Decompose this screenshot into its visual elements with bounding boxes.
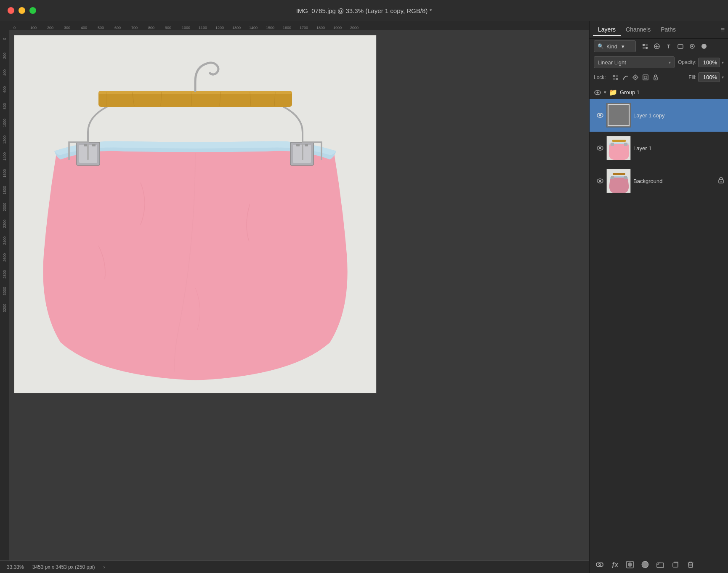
- svg-rect-22: [646, 47, 648, 49]
- ruler-tick: 0: [13, 26, 30, 30]
- visibility-icon-group1[interactable]: [594, 89, 601, 96]
- smart-filter-icon[interactable]: [688, 42, 696, 50]
- text-filter-icon[interactable]: T: [664, 42, 673, 50]
- visibility-icon-layer1[interactable]: [596, 144, 604, 152]
- svg-rect-24: [678, 45, 683, 48]
- ruler-v-tick: 200: [0, 47, 9, 64]
- fill-value[interactable]: 100%: [698, 72, 720, 82]
- folder-icon: 📁: [609, 88, 617, 96]
- window-title: IMG_0785.jpg @ 33.3% (Layer 1 copy, RGB/…: [296, 7, 432, 14]
- zoom-level: 33.33%: [7, 564, 24, 570]
- kind-search-icon: 🔍: [598, 43, 604, 49]
- svg-rect-46: [624, 143, 627, 146]
- canvas-image[interactable]: [14, 35, 376, 393]
- kind-label: Kind: [606, 43, 617, 50]
- svg-rect-51: [611, 176, 614, 179]
- svg-point-48: [599, 180, 601, 182]
- ruler-tick: 1000: [182, 26, 199, 30]
- opacity-value[interactable]: 100%: [698, 58, 720, 67]
- ruler-tick: 2000: [350, 26, 367, 30]
- svg-rect-31: [616, 78, 618, 80]
- color-filter-icon[interactable]: [700, 42, 708, 50]
- panel-menu-icon[interactable]: ≡: [721, 26, 725, 34]
- lock-label: Lock:: [594, 74, 606, 80]
- svg-rect-50: [613, 173, 625, 175]
- ruler-tick: 400: [81, 26, 98, 30]
- ruler-tick: 600: [114, 26, 131, 30]
- tab-paths[interactable]: Paths: [656, 24, 681, 36]
- svg-rect-29: [616, 75, 618, 77]
- group-layers-icon[interactable]: [655, 560, 665, 570]
- svg-rect-28: [613, 75, 615, 77]
- svg-point-42: [599, 147, 601, 149]
- group-expand-icon[interactable]: ▾: [604, 90, 606, 95]
- layer-item-layer1copy[interactable]: Layer 1 copy: [590, 99, 728, 132]
- svg-point-38: [597, 91, 599, 93]
- svg-rect-59: [657, 563, 664, 568]
- lock-transparent-icon[interactable]: [612, 74, 619, 81]
- layer-name-background: Background: [633, 178, 716, 184]
- canvas-row: 0 200 400 600 800 1000 1200 1400 1600 18…: [0, 30, 589, 560]
- ruler-tick: 200: [47, 26, 64, 30]
- ruler-tick: 1100: [199, 26, 215, 30]
- svg-point-40: [599, 114, 601, 117]
- ruler-tick: 900: [165, 26, 182, 30]
- layer-item-layer1[interactable]: Layer 1: [590, 132, 728, 164]
- svg-point-36: [655, 78, 656, 79]
- ruler-tick: 700: [131, 26, 148, 30]
- lock-all-icon[interactable]: [652, 74, 659, 81]
- lock-row: Lock:: [590, 71, 728, 84]
- svg-rect-4: [84, 144, 87, 146]
- svg-point-32: [635, 77, 636, 78]
- layer-name-layer1copy: Layer 1 copy: [633, 112, 724, 119]
- lock-paint-icon[interactable]: [622, 74, 629, 81]
- group-name: Group 1: [620, 89, 640, 96]
- adjustment-filter-icon[interactable]: [653, 42, 661, 50]
- visibility-icon-layer1copy[interactable]: [596, 111, 604, 119]
- link-layers-icon[interactable]: [595, 560, 605, 570]
- ruler-v-tick: 1000: [0, 114, 9, 131]
- canvas-wrapper[interactable]: [9, 30, 589, 560]
- ruler-top: 0 100 200 300 400 500 600 700 800 900 10…: [0, 21, 589, 30]
- svg-rect-20: [646, 44, 648, 46]
- group-item-group1[interactable]: ▾ 📁 Group 1: [590, 86, 728, 99]
- ruler-tick: 1500: [266, 26, 283, 30]
- ruler-v-tick: 2200: [0, 215, 9, 232]
- blend-mode-select[interactable]: Linear Light ▾: [594, 56, 675, 68]
- lock-artboard-icon[interactable]: [642, 74, 649, 81]
- new-layer-icon[interactable]: [670, 560, 680, 570]
- kind-select[interactable]: 🔍 Kind ▾: [594, 40, 636, 52]
- ruler-tick: 1900: [333, 26, 350, 30]
- ruler-tick: 300: [64, 26, 81, 30]
- tab-layers[interactable]: Layers: [593, 24, 621, 36]
- opacity-chevron-icon[interactable]: ▾: [722, 60, 724, 65]
- lock-position-icon[interactable]: [632, 74, 639, 81]
- close-button[interactable]: [8, 7, 14, 14]
- new-adjustment-icon[interactable]: [640, 560, 650, 570]
- svg-rect-8: [296, 144, 300, 146]
- status-arrow[interactable]: ›: [103, 564, 105, 570]
- panel-tabs: Layers Channels Paths ≡: [590, 21, 728, 39]
- pixel-filter-icon[interactable]: [641, 42, 649, 50]
- kind-filter-row: 🔍 Kind ▾ T: [590, 39, 728, 54]
- filter-icons: T: [641, 42, 708, 50]
- layer-thumbnail-background: [606, 169, 631, 193]
- ruler-tick: 100: [30, 26, 47, 30]
- blend-chevron-icon: ▾: [669, 60, 671, 65]
- ruler-tick: 1200: [215, 26, 232, 30]
- add-mask-icon[interactable]: [625, 560, 635, 570]
- tab-channels[interactable]: Channels: [621, 24, 656, 36]
- layer-item-background[interactable]: Background: [590, 164, 728, 197]
- fill-chevron-icon[interactable]: ▾: [722, 75, 724, 80]
- visibility-icon-background[interactable]: [596, 177, 604, 185]
- blend-mode-value: Linear Light: [598, 59, 626, 66]
- maximize-button[interactable]: [29, 7, 36, 14]
- shape-filter-icon[interactable]: [676, 42, 685, 50]
- layer-thumbnail-layer1copy: [606, 103, 631, 127]
- fill-label: Fill:: [688, 74, 696, 80]
- layer-name-layer1: Layer 1: [633, 145, 724, 151]
- delete-layer-icon[interactable]: [685, 560, 696, 570]
- minimize-button[interactable]: [19, 7, 25, 14]
- layer-fx-icon[interactable]: ƒx: [610, 560, 620, 570]
- ruler-v-tick: 400: [0, 64, 9, 81]
